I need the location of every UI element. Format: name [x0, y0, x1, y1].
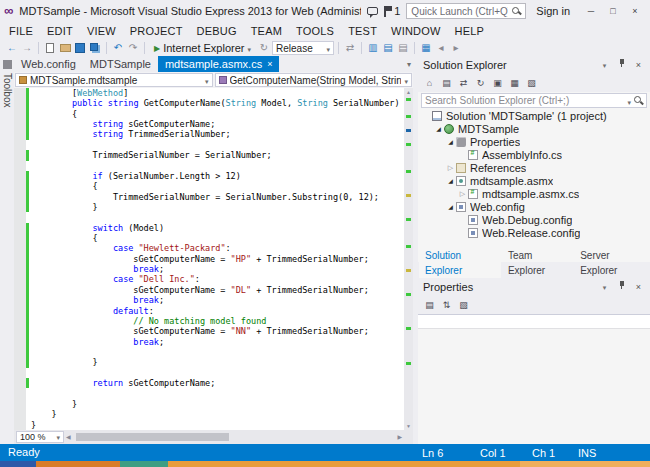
code-line[interactable]: }: [14, 420, 404, 430]
code-line[interactable]: case "Hewlett-Packard":: [14, 243, 404, 253]
scroll-right-icon[interactable]: ▶: [397, 433, 402, 440]
start-debug-button[interactable]: ▶Internet Explorer: [149, 42, 256, 54]
panel-tab-team-explorer[interactable]: Team Explorer: [502, 248, 573, 278]
solution-configuration-dropdown[interactable]: Release: [272, 41, 334, 55]
code-line[interactable]: if (SerialNumber.Length > 12): [14, 171, 404, 181]
tree-item[interactable]: ▷mdtsample.asmx.cs: [418, 187, 650, 200]
quick-launch-input[interactable]: Quick Launch (Ctrl+Q): [406, 3, 526, 19]
comment-selection-icon[interactable]: ▤: [381, 41, 395, 55]
code-line[interactable]: [14, 368, 404, 378]
attach-to-process-icon[interactable]: ⇄: [343, 41, 357, 55]
solution-explorer-header[interactable]: Solution Explorer ×: [418, 56, 650, 74]
scroll-left-icon[interactable]: ◀: [66, 433, 71, 440]
panel-tab-solution-explorer[interactable]: Solution Explorer: [419, 248, 501, 278]
scroll-down-icon[interactable]: ▼: [404, 422, 413, 430]
code-line[interactable]: default:: [14, 306, 404, 316]
auto-hide-pin-icon[interactable]: [615, 58, 628, 72]
tree-item[interactable]: ◢MDTSample: [418, 122, 650, 135]
member-dropdown[interactable]: GetComputerName(String Model, String Ser…: [215, 73, 413, 87]
notifications-button[interactable]: 1: [384, 5, 400, 17]
code-line[interactable]: TrimmedSerialNumber = SerialNumber.Subst…: [14, 192, 404, 202]
code-line[interactable]: sGetComputerName = "HP" + TrimmedSerialN…: [14, 254, 404, 264]
window-position-icon[interactable]: [598, 280, 611, 295]
refresh-browser-icon[interactable]: ↻: [257, 41, 271, 55]
code-line[interactable]: string TrimmedSerialNumber;: [14, 129, 404, 139]
code-line[interactable]: sGetComputerName = "NN" + TrimmedSerialN…: [14, 326, 404, 336]
categorized-icon[interactable]: ▤: [422, 298, 437, 312]
tree-item[interactable]: ◢Web.config: [418, 200, 650, 213]
properties-header[interactable]: Properties ×: [418, 278, 650, 296]
minimize-button[interactable]: ─: [580, 2, 602, 20]
menu-item-edit[interactable]: EDIT: [40, 25, 80, 37]
toolbox-tab[interactable]: Toolbox: [0, 56, 14, 107]
solution-search-input[interactable]: Search Solution Explorer (Ctrl+;): [421, 93, 647, 108]
navigate-back-icon[interactable]: ←: [5, 41, 19, 55]
editor-hscrollbar[interactable]: ◀ ▶: [64, 430, 404, 444]
code-line[interactable]: break;: [14, 337, 404, 347]
auto-hide-pin-icon[interactable]: [615, 280, 628, 294]
collapse-arrow-icon[interactable]: ◢: [446, 138, 455, 145]
menu-item-view[interactable]: VIEW: [80, 25, 123, 37]
new-file-icon[interactable]: [43, 41, 57, 55]
code-line[interactable]: }: [14, 357, 404, 367]
code-line[interactable]: [WebMethod]: [14, 88, 404, 98]
switch-views-icon[interactable]: ▤: [439, 76, 454, 90]
alphabetical-icon[interactable]: ⇅: [439, 298, 454, 312]
save-all-icon[interactable]: [88, 41, 102, 55]
open-file-icon[interactable]: [58, 41, 72, 55]
tab-mdtsample[interactable]: MDTSample: [83, 56, 158, 72]
toggle-bookmark-icon[interactable]: ▦: [419, 41, 433, 55]
code-line[interactable]: return sGetComputerName;: [14, 378, 404, 388]
navigate-forward-icon[interactable]: →: [20, 41, 34, 55]
prev-bookmark-icon[interactable]: ◂: [434, 41, 448, 55]
code-line[interactable]: [14, 212, 404, 222]
tree-item[interactable]: Solution 'MDTSample' (1 project): [418, 109, 650, 122]
show-all-files-icon[interactable]: ▦: [507, 76, 522, 90]
zoom-dropdown[interactable]: 100 %: [16, 431, 64, 443]
tree-item[interactable]: AssemblyInfo.cs: [418, 148, 650, 161]
tree-item[interactable]: ◢Properties: [418, 135, 650, 148]
window-position-icon[interactable]: [598, 58, 611, 73]
code-editor[interactable]: [WebMethod] public string GetComputerNam…: [14, 88, 404, 430]
feedback-icon[interactable]: [367, 7, 378, 15]
property-pages-icon[interactable]: ▧: [456, 298, 471, 312]
tree-item[interactable]: ▷References: [418, 161, 650, 174]
code-line[interactable]: }: [14, 399, 404, 409]
hscroll-thumb[interactable]: [76, 433, 229, 441]
next-bookmark-icon[interactable]: ▸: [449, 41, 463, 55]
code-line[interactable]: sGetComputerName = "DL" + TrimmedSerialN…: [14, 285, 404, 295]
properties-grid[interactable]: [418, 314, 650, 444]
close-button[interactable]: ×: [624, 2, 646, 20]
code-line[interactable]: }: [14, 409, 404, 419]
code-line[interactable]: break;: [14, 264, 404, 274]
code-line[interactable]: {: [14, 233, 404, 243]
tab-web-config[interactable]: Web.config: [14, 56, 83, 72]
taskbar-strip[interactable]: [0, 461, 650, 467]
expand-arrow-icon[interactable]: ▷: [458, 190, 467, 198]
undo-icon[interactable]: ↶: [111, 41, 125, 55]
menu-item-file[interactable]: FILE: [2, 25, 40, 37]
menu-item-team[interactable]: TEAM: [244, 25, 289, 37]
code-line[interactable]: {: [14, 109, 404, 119]
close-tab-icon[interactable]: ×: [267, 60, 272, 69]
menu-item-help[interactable]: HELP: [448, 25, 492, 37]
collapse-arrow-icon[interactable]: ◢: [446, 203, 455, 210]
menu-item-window[interactable]: WINDOW: [384, 25, 447, 37]
code-line[interactable]: break;: [14, 295, 404, 305]
code-line[interactable]: string sGetComputerName;: [14, 119, 404, 129]
sync-with-active-document-icon[interactable]: ⇄: [456, 76, 471, 90]
menu-item-debug[interactable]: DEBUG: [190, 25, 244, 37]
code-line[interactable]: // No matching model found: [14, 316, 404, 326]
refresh-icon[interactable]: ↻: [473, 76, 488, 90]
collapse-all-icon[interactable]: ▣: [490, 76, 505, 90]
menu-item-project[interactable]: PROJECT: [123, 25, 190, 37]
close-panel-icon[interactable]: ×: [632, 58, 645, 72]
code-line[interactable]: [14, 347, 404, 357]
collapse-arrow-icon[interactable]: ◢: [446, 177, 455, 184]
tab-mdtsample-asmx-cs[interactable]: mdtsample.asmx.cs×: [158, 56, 279, 72]
uncomment-selection-icon[interactable]: ▤: [396, 41, 410, 55]
code-line[interactable]: TrimmedSerialNumber = SerialNumber;: [14, 150, 404, 160]
editor-vscrollbar[interactable]: ▲ ▼: [404, 88, 413, 430]
code-line[interactable]: switch (Model): [14, 223, 404, 233]
menu-item-test[interactable]: TEST: [341, 25, 384, 37]
